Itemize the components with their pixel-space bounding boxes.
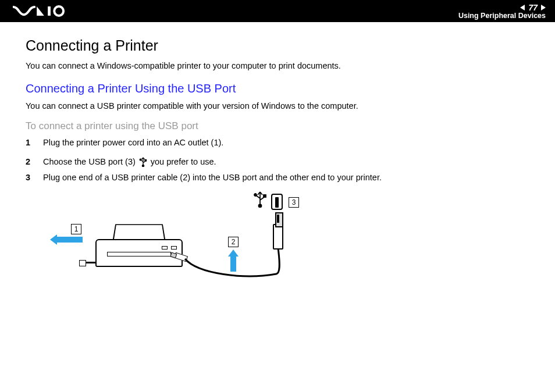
step-text: Choose the USB port (3) you prefer to us…: [43, 156, 529, 167]
usb-cable-illustration: [180, 245, 288, 280]
step-number: 3: [26, 173, 43, 182]
page-nav: 77: [520, 3, 546, 12]
step-item: 2 Choose the USB port (3) you prefer to …: [26, 156, 529, 167]
procedure-heading: To connect a printer using the USB port: [26, 120, 529, 132]
svg-point-3: [142, 165, 144, 166]
step-text: Plug the printer power cord into an AC o…: [43, 138, 529, 147]
page-content: Connecting a Printer You can connect a W…: [0, 22, 555, 294]
diagram-arrow-1: [57, 237, 83, 243]
diagram-callout-1: 1: [71, 224, 81, 234]
vaio-logo: [13, 5, 68, 17]
page-title: Connecting a Printer: [26, 37, 529, 54]
header-bar: 77 Using Peripheral Devices: [0, 0, 555, 22]
step-number: 2: [26, 157, 43, 166]
usb-plug-illustration: [273, 224, 283, 250]
svg-point-7: [259, 204, 262, 207]
page-number: 77: [528, 3, 538, 12]
step-text: Plug one end of a USB printer cable (2) …: [43, 173, 529, 182]
header-right: 77 Using Peripheral Devices: [458, 3, 546, 20]
svg-rect-5: [145, 159, 147, 161]
usb-symbol-icon: [252, 190, 268, 210]
step-item: 3 Plug one end of a USB printer cable (2…: [26, 173, 529, 182]
next-page-arrow-icon[interactable]: [541, 5, 546, 10]
connection-diagram: 1 2 3: [37, 189, 316, 294]
section-breadcrumb: Using Peripheral Devices: [458, 12, 546, 20]
svg-point-8: [254, 194, 257, 196]
usb-icon: [139, 156, 147, 167]
svg-rect-9: [264, 195, 266, 197]
diagram-callout-3: 3: [289, 197, 299, 208]
section-intro-usb: You can connect a USB printer compatible…: [26, 100, 529, 112]
prev-page-arrow-icon[interactable]: [520, 5, 525, 10]
step-item: 1 Plug the printer power cord into an AC…: [26, 138, 529, 147]
usb-port-illustration: [271, 194, 283, 210]
section-heading-usb: Connecting a Printer Using the USB Port: [26, 82, 529, 95]
printer-illustration: [95, 222, 183, 267]
svg-point-4: [140, 159, 141, 161]
procedure-steps: 1 Plug the printer power cord into an AC…: [26, 138, 529, 182]
intro-text: You can connect a Windows-compatible pri…: [26, 60, 529, 72]
step-number: 1: [26, 138, 43, 147]
svg-rect-0: [48, 6, 51, 16]
svg-point-1: [54, 6, 63, 16]
